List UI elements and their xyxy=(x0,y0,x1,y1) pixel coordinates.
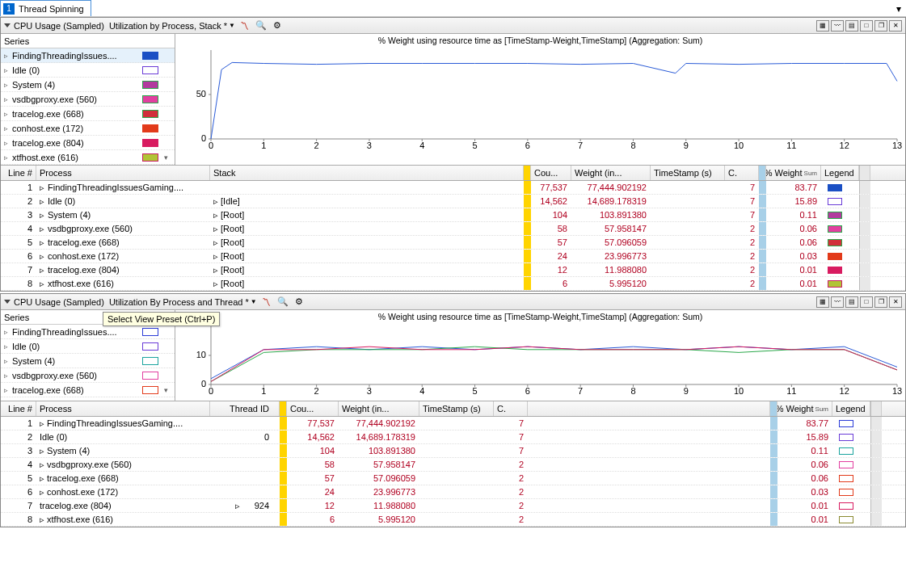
expand-icon[interactable]: ▹ xyxy=(4,52,12,60)
series-item[interactable]: ▹Idle (0) xyxy=(1,339,175,354)
col-process[interactable]: Process xyxy=(36,166,210,180)
tab-number-badge: 1 xyxy=(3,3,15,15)
maximize-icon[interactable]: □ xyxy=(860,296,873,308)
series-item[interactable]: ▹FindingThreadingIssues.... xyxy=(1,48,175,63)
svg-text:0: 0 xyxy=(209,141,213,150)
col-stack[interactable]: Stack xyxy=(210,166,524,180)
expand-icon[interactable]: ▹ xyxy=(4,386,12,394)
expand-icon[interactable]: ▹ xyxy=(4,124,12,132)
col-pct-weight[interactable]: % WeightSum xyxy=(766,166,821,180)
expand-icon[interactable]: ▹ xyxy=(4,81,12,89)
col-legend[interactable]: Legend xyxy=(821,166,859,180)
view-both-icon[interactable]: ▤ xyxy=(845,20,858,32)
expand-icon[interactable]: ▹ xyxy=(4,357,12,365)
preset-dropdown[interactable]: Utilization by Process, Stack * ▼ xyxy=(109,21,235,31)
col-timestamp[interactable]: TimeStamp (s) xyxy=(651,166,725,180)
table-row[interactable]: 8▹xtfhost.exe (616)▹ [Root]65.99512020.0… xyxy=(1,277,905,291)
series-item[interactable]: ▹tracelog.exe (668) xyxy=(1,107,175,121)
scrollbar[interactable] xyxy=(870,401,882,416)
expand-icon[interactable]: ▹ xyxy=(4,328,12,336)
series-item[interactable]: ▹xtfhost.exe (616)▾ xyxy=(1,150,175,165)
col-thread-id[interactable]: Thread ID xyxy=(210,401,280,416)
close-icon[interactable]: ✕ xyxy=(889,20,902,32)
col-count[interactable]: Cou... xyxy=(287,401,339,416)
tab-thread-spinning[interactable]: 1 Thread Spinning xyxy=(0,0,91,16)
col-process[interactable]: Process xyxy=(36,401,210,416)
collapse-icon[interactable] xyxy=(4,23,11,27)
series-item[interactable]: ▹System (4) xyxy=(1,354,175,368)
expand-icon[interactable]: ▹ xyxy=(4,66,12,74)
scrollbar[interactable] xyxy=(859,166,870,180)
expand-icon[interactable]: ▹ xyxy=(4,139,12,147)
table-row[interactable]: 1▹ FindingThreadingIssuesGaming....77,53… xyxy=(1,417,905,430)
view-table-icon[interactable]: ▦ xyxy=(816,20,829,32)
expand-icon[interactable]: ▹ xyxy=(4,153,12,162)
col-weight[interactable]: Weight (in... xyxy=(339,401,419,416)
series-item[interactable]: ▹vsdbgproxy.exe (560) xyxy=(1,92,175,107)
table-row[interactable]: 5▹ tracelog.exe (668)5757.09605920.06 xyxy=(1,472,905,485)
chevron-down-icon[interactable]: ▾ xyxy=(160,153,171,162)
close-icon[interactable]: ✕ xyxy=(889,296,902,308)
series-item[interactable]: ▹Idle (0) xyxy=(1,63,175,78)
col-weight[interactable]: Weight (in... xyxy=(571,166,651,180)
col-c[interactable]: C. xyxy=(725,166,759,180)
collapse-icon[interactable] xyxy=(4,300,11,304)
chart-type-icon[interactable]: 〽 xyxy=(262,297,271,307)
search-icon[interactable]: 🔍 xyxy=(255,20,267,31)
maximize-icon[interactable]: □ xyxy=(860,20,873,32)
series-item[interactable]: ▹conhost.exe (172) xyxy=(1,121,175,136)
chevron-down-icon[interactable]: ▾ xyxy=(160,386,171,394)
restore-icon[interactable]: ❐ xyxy=(874,20,887,32)
gold-separator xyxy=(280,401,287,416)
table-row[interactable]: 1▹FindingThreadingIssuesGaming....77,537… xyxy=(1,181,905,195)
expand-icon[interactable]: ▹ xyxy=(4,95,12,103)
table-row[interactable]: 7 tracelog.exe (804)▹9241211.98808020.01 xyxy=(1,499,905,513)
view-chart-icon[interactable]: 〰 xyxy=(831,296,844,308)
table-row[interactable]: 2 Idle (0)014,56214,689.178319715.89 xyxy=(1,430,905,444)
expand-icon[interactable]: ▹ xyxy=(4,342,12,351)
view-chart-icon[interactable]: 〰 xyxy=(831,20,844,32)
gear-icon[interactable]: ⚙ xyxy=(273,20,281,31)
chart-area-2[interactable]: % Weight using resource time as [TimeSta… xyxy=(175,310,905,401)
legend-swatch xyxy=(839,434,853,441)
view-table-icon[interactable]: ▦ xyxy=(816,296,829,308)
restore-icon[interactable]: ❐ xyxy=(874,296,887,308)
col-pct-weight[interactable]: % WeightSum xyxy=(777,401,832,416)
col-timestamp[interactable]: TimeStamp (s) xyxy=(419,401,494,416)
series-item[interactable]: ▹System (4) xyxy=(1,78,175,92)
col-line[interactable]: Line # xyxy=(1,166,36,180)
table-row[interactable]: 6▹ conhost.exe (172)2423.99677320.03 xyxy=(1,485,905,499)
col-count[interactable]: Cou... xyxy=(531,166,571,180)
expand-icon[interactable]: ▹ xyxy=(4,372,12,380)
expand-icon[interactable]: ▹ xyxy=(4,110,12,118)
series-item[interactable]: ▹tracelog.exe (804) xyxy=(1,136,175,150)
col-line[interactable]: Line # xyxy=(1,401,36,416)
preset-dropdown[interactable]: Utilization By Process and Thread * ▼ xyxy=(109,297,257,307)
series-swatch xyxy=(142,81,158,89)
chart-area-1[interactable]: % Weight using resource time as [TimeSta… xyxy=(175,34,905,155)
svg-text:5: 5 xyxy=(472,386,477,396)
gear-icon[interactable]: ⚙ xyxy=(295,296,303,307)
table-row[interactable]: 8▹ xtfhost.exe (616)65.99512020.01 xyxy=(1,513,905,527)
col-c[interactable]: C. xyxy=(494,401,528,416)
table-row[interactable]: 5▹tracelog.exe (668)▹ [Root]5757.0960592… xyxy=(1,236,905,250)
series-swatch xyxy=(142,110,158,118)
search-icon[interactable]: 🔍 xyxy=(277,296,289,307)
series-label: FindingThreadingIssues.... xyxy=(12,51,142,61)
svg-text:4: 4 xyxy=(419,386,424,396)
table-row[interactable]: 3▹System (4)▹ [Root]104103.89138070.11 xyxy=(1,208,905,222)
legend-swatch xyxy=(828,212,842,219)
window-menu-icon[interactable]: ▾ xyxy=(896,3,901,15)
chart-type-icon[interactable]: 〽 xyxy=(240,21,249,31)
table-row[interactable]: 4▹ vsdbgproxy.exe (560)5857.95814720.06 xyxy=(1,458,905,472)
col-legend[interactable]: Legend xyxy=(832,401,870,416)
table-row[interactable]: 4▹vsdbgproxy.exe (560)▹ [Root]5857.95814… xyxy=(1,222,905,236)
view-both-icon[interactable]: ▤ xyxy=(845,296,858,308)
series-item[interactable]: ▹FindingThreadingIssues.... xyxy=(1,325,175,339)
table-row[interactable]: 6▹conhost.exe (172)▹ [Root]2423.99677320… xyxy=(1,250,905,263)
series-item[interactable]: ▹vsdbgproxy.exe (560) xyxy=(1,368,175,383)
series-item[interactable]: ▹tracelog.exe (668)▾ xyxy=(1,383,175,397)
table-row[interactable]: 3▹ System (4)104103.89138070.11 xyxy=(1,444,905,458)
table-row[interactable]: 2▹Idle (0)▹ [Idle]14,56214,689.178319715… xyxy=(1,195,905,208)
table-row[interactable]: 7▹tracelog.exe (804)▹ [Root]1211.9880802… xyxy=(1,263,905,277)
